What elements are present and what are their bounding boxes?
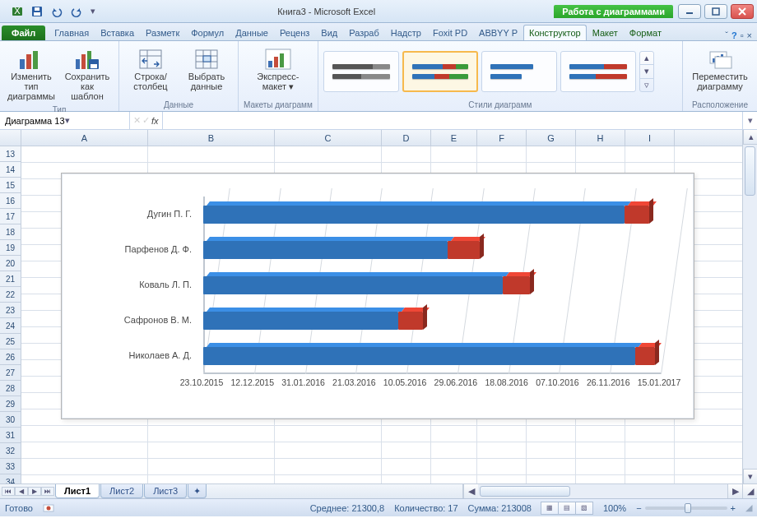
select-all-corner[interactable] xyxy=(0,130,21,146)
row-header[interactable]: 31 xyxy=(0,428,21,443)
tab-Главная[interactable]: Главная xyxy=(49,25,95,40)
save-template-button[interactable]: Сохранить как шаблон xyxy=(61,44,114,104)
tab-first-icon[interactable]: ⏮ xyxy=(2,487,15,496)
maximize-button[interactable] xyxy=(704,4,727,19)
cancel-icon[interactable]: ✕ xyxy=(133,115,141,126)
tab-ABBYY P[interactable]: ABBYY P xyxy=(473,25,523,40)
undo-icon[interactable] xyxy=(48,3,66,20)
bar-series2[interactable] xyxy=(635,347,655,365)
sheet-tab[interactable]: Лист3 xyxy=(144,484,187,498)
page-break-view-icon[interactable]: ▧ xyxy=(575,502,593,515)
name-box[interactable]: Диаграмма 13▾ xyxy=(0,112,130,129)
window-restore-icon[interactable]: ▫ xyxy=(741,30,744,40)
sheet-tab[interactable]: Лист2 xyxy=(100,484,143,498)
bar-series2[interactable] xyxy=(503,276,530,294)
page-layout-view-icon[interactable]: ▤ xyxy=(558,502,576,515)
tab-prev-icon[interactable]: ◀ xyxy=(15,487,28,496)
bar-series1[interactable] xyxy=(203,312,398,330)
plot-area[interactable] xyxy=(203,197,661,374)
new-sheet-button[interactable]: ✦ xyxy=(188,484,207,498)
gallery-more-icon[interactable]: ▿ xyxy=(640,79,653,91)
column-header[interactable]: D xyxy=(382,130,431,146)
zoom-in-icon[interactable]: + xyxy=(731,503,736,513)
gallery-up-icon[interactable]: ▴ xyxy=(640,52,653,65)
column-header[interactable]: B xyxy=(148,130,275,146)
resize-grip-icon[interactable]: ◢ xyxy=(745,502,752,513)
column-header[interactable]: E xyxy=(431,130,477,146)
tab-last-icon[interactable]: ⏭ xyxy=(41,487,54,496)
cells[interactable]: Николаев А. Д.Сафронов В. М.Коваль Л. П.… xyxy=(21,146,742,483)
save-icon[interactable] xyxy=(28,3,46,20)
formula-input[interactable] xyxy=(163,112,742,129)
vertical-scrollbar[interactable]: ▴ ▾ xyxy=(742,130,757,483)
window-close-icon[interactable]: × xyxy=(747,30,752,40)
tab-nav[interactable]: ⏮ ◀ ▶ ⏭ xyxy=(2,487,54,496)
column-header[interactable]: F xyxy=(477,130,527,146)
qat-customize-icon[interactable]: ▾ xyxy=(87,3,99,20)
file-tab[interactable]: Файл xyxy=(2,25,45,40)
tab-Формат[interactable]: Формат xyxy=(624,25,667,40)
row-header[interactable]: 19 xyxy=(0,240,21,256)
excel-icon[interactable]: X xyxy=(8,3,26,20)
row-header[interactable]: 13 xyxy=(0,146,21,162)
bar-series1[interactable] xyxy=(203,206,625,224)
tab-Разметк[interactable]: Разметк xyxy=(140,25,185,40)
close-button[interactable] xyxy=(731,4,754,19)
column-headers[interactable]: ABCDEFGHI xyxy=(21,130,742,146)
zoom-level[interactable]: 100% xyxy=(603,503,626,513)
bar-series2[interactable] xyxy=(448,241,479,259)
tab-Формул[interactable]: Формул xyxy=(185,25,230,40)
tab-Foxit PD[interactable]: Foxit PD xyxy=(427,25,473,40)
zoom-out-icon[interactable]: − xyxy=(636,503,641,513)
column-header[interactable]: A xyxy=(21,130,148,146)
chart-style-2[interactable] xyxy=(402,51,478,92)
horizontal-scrollbar[interactable]: ◀ ▶ xyxy=(462,484,742,498)
minimize-button[interactable] xyxy=(678,4,701,19)
chart-style-1[interactable] xyxy=(323,51,399,92)
tab-Данные[interactable]: Данные xyxy=(230,25,274,40)
row-header[interactable]: 24 xyxy=(0,318,21,334)
row-header[interactable]: 16 xyxy=(0,193,21,209)
row-header[interactable]: 25 xyxy=(0,334,21,349)
column-header[interactable]: H xyxy=(576,130,625,146)
normal-view-icon[interactable]: ▦ xyxy=(541,502,559,515)
row-header[interactable]: 18 xyxy=(0,224,21,240)
gallery-nav[interactable]: ▴ ▾ ▿ xyxy=(639,51,654,92)
view-buttons[interactable]: ▦ ▤ ▧ xyxy=(541,502,593,515)
zoom-slider[interactable]: − + xyxy=(636,503,736,513)
chart-object[interactable]: Николаев А. Д.Сафронов В. М.Коваль Л. П.… xyxy=(61,173,694,419)
bar-series2[interactable] xyxy=(625,206,650,224)
chart-style-4[interactable] xyxy=(560,51,636,92)
row-header[interactable]: 17 xyxy=(0,209,21,224)
tab-Макет[interactable]: Макет xyxy=(587,25,624,40)
bar-series1[interactable] xyxy=(203,241,448,259)
row-header[interactable]: 14 xyxy=(0,162,21,178)
row-header[interactable]: 30 xyxy=(0,412,21,428)
quick-layout-button[interactable]: Экспресс-макет ▾ xyxy=(245,44,311,94)
gallery-down-icon[interactable]: ▾ xyxy=(640,65,653,78)
change-chart-type-button[interactable]: Изменить тип диаграммы xyxy=(5,44,58,104)
row-header[interactable]: 32 xyxy=(0,443,21,459)
row-header[interactable]: 15 xyxy=(0,178,21,193)
row-header[interactable]: 33 xyxy=(0,459,21,474)
tab-next-icon[interactable]: ▶ xyxy=(28,487,41,496)
tab-Надстр[interactable]: Надстр xyxy=(385,25,427,40)
row-headers[interactable]: 1314151617181920212223242526272829303132… xyxy=(0,146,21,483)
tab-Конструктор[interactable]: Конструктор xyxy=(523,25,587,40)
column-header[interactable]: I xyxy=(625,130,675,146)
enter-icon[interactable]: ✓ xyxy=(142,115,150,126)
fx-icon[interactable]: fx xyxy=(151,116,159,126)
switch-row-column-button[interactable]: Строка/столбец xyxy=(124,44,177,94)
help-icon[interactable]: ? xyxy=(731,30,737,40)
chart-style-3[interactable] xyxy=(481,51,557,92)
row-header[interactable]: 28 xyxy=(0,381,21,396)
select-data-button[interactable]: Выбрать данные xyxy=(180,44,233,94)
sheet-tab[interactable]: Лист1 xyxy=(55,484,100,498)
row-header[interactable]: 20 xyxy=(0,256,21,271)
row-header[interactable]: 27 xyxy=(0,365,21,381)
tab-Вид[interactable]: Вид xyxy=(315,25,343,40)
bar-series1[interactable] xyxy=(203,276,503,294)
move-chart-button[interactable]: Переместить диаграмму xyxy=(688,44,752,94)
column-header[interactable]: G xyxy=(527,130,576,146)
bar-series2[interactable] xyxy=(398,312,423,330)
